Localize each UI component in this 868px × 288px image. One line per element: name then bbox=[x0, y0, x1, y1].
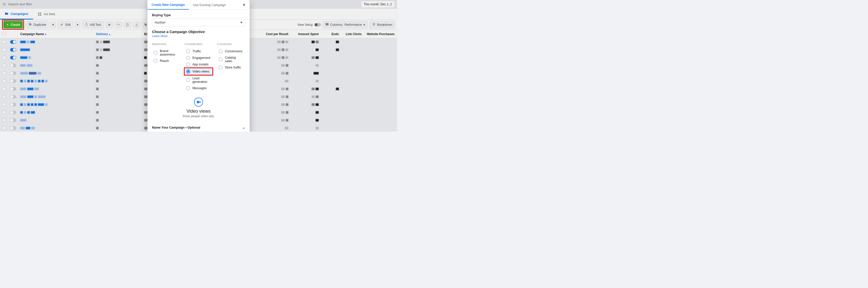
breakdown-icon bbox=[372, 23, 376, 27]
name-campaign-toggle[interactable]: Name Your Campaign • Optional ⌄ bbox=[152, 123, 245, 131]
radio-icon bbox=[219, 65, 223, 69]
col-campaign-name[interactable]: Campaign Name▾ bbox=[18, 30, 94, 38]
learn-more-link[interactable]: Learn More bbox=[152, 34, 245, 38]
cell-cost-per-result bbox=[263, 54, 291, 62]
cell-cost-per-result bbox=[263, 46, 291, 54]
objective-option[interactable]: App installs bbox=[185, 61, 213, 68]
objective-option[interactable]: Messages bbox=[185, 85, 213, 92]
row-switch[interactable] bbox=[10, 79, 16, 83]
cell-delivery bbox=[94, 46, 142, 54]
modal-tab-new[interactable]: Create New Campaign bbox=[148, 0, 189, 10]
row-switch[interactable] bbox=[10, 71, 16, 75]
row-checkbox[interactable] bbox=[3, 103, 6, 106]
columns-dropdown[interactable]: Columns: Performance ▾ bbox=[322, 21, 368, 28]
cell-campaign-name bbox=[18, 78, 94, 85]
date-range-chip[interactable]: This month: Dec 1, 2 bbox=[361, 1, 395, 8]
breakdown-dropdown[interactable]: Breakdown bbox=[369, 21, 395, 28]
cell-website-purchases bbox=[364, 70, 397, 78]
cell-website-purchases bbox=[364, 117, 397, 124]
objective-option[interactable]: Catalog sales bbox=[217, 55, 245, 64]
objective-option[interactable]: Traffic bbox=[185, 48, 213, 55]
objective-option[interactable]: Video views bbox=[185, 68, 213, 75]
tab-campaigns[interactable]: Campaigns bbox=[0, 9, 33, 20]
row-checkbox[interactable] bbox=[3, 87, 6, 91]
col-website-purchases[interactable]: Website Purchases bbox=[364, 30, 397, 38]
more-copy-button[interactable] bbox=[105, 22, 113, 28]
cell-link-clicks bbox=[341, 85, 364, 93]
row-switch[interactable] bbox=[10, 40, 16, 44]
objective-option[interactable]: Conversions bbox=[217, 48, 245, 55]
cell-link-clicks bbox=[341, 38, 364, 46]
row-switch[interactable] bbox=[10, 87, 16, 91]
col-amount-spent[interactable]: Amount Spent bbox=[291, 30, 321, 38]
row-checkbox[interactable] bbox=[3, 64, 6, 67]
modal-tabs: Create New Campaign Use Existing Campaig… bbox=[148, 0, 250, 10]
duplicate-dropdown[interactable]: ▾ bbox=[50, 22, 56, 28]
cell-cost-per-result bbox=[263, 93, 291, 101]
row-checkbox[interactable] bbox=[3, 56, 6, 59]
row-switch[interactable] bbox=[10, 56, 16, 59]
undo-button[interactable] bbox=[115, 22, 122, 28]
view-setup[interactable]: View Setup bbox=[298, 23, 321, 27]
cell-link-clicks bbox=[341, 70, 364, 78]
columns-icon bbox=[325, 23, 329, 27]
col-link-clicks[interactable]: Link Clicks bbox=[341, 30, 364, 38]
objective-option[interactable]: Brand awareness bbox=[152, 48, 180, 58]
cell-amount-spent bbox=[291, 85, 321, 93]
cell-amount-spent bbox=[291, 124, 321, 132]
col-checkbox[interactable] bbox=[0, 30, 8, 38]
close-button[interactable] bbox=[241, 2, 247, 8]
row-switch[interactable] bbox=[10, 118, 16, 122]
cell-amount-spent bbox=[291, 70, 321, 78]
delete-button[interactable] bbox=[124, 22, 131, 28]
cell-amount-spent bbox=[291, 38, 321, 46]
cell-link-clicks bbox=[341, 46, 364, 54]
objective-option[interactable]: Store traffic bbox=[217, 64, 245, 71]
create-button[interactable]: ＋ Create bbox=[3, 21, 23, 28]
cell-amount-spent bbox=[291, 93, 321, 101]
row-checkbox[interactable] bbox=[3, 79, 6, 83]
row-switch[interactable] bbox=[10, 103, 16, 106]
modal-tab-existing[interactable]: Use Existing Campaign bbox=[189, 0, 230, 9]
abtest-button[interactable]: A/B Test bbox=[82, 21, 104, 28]
col-cost-per-result[interactable]: Cost per Result bbox=[263, 30, 291, 38]
svg-rect-7 bbox=[30, 24, 31, 26]
cell-amount-spent bbox=[291, 109, 321, 117]
cell-ends bbox=[321, 85, 341, 93]
row-checkbox[interactable] bbox=[3, 118, 6, 122]
row-checkbox[interactable] bbox=[3, 71, 6, 75]
cell-ends bbox=[321, 93, 341, 101]
svg-rect-15 bbox=[197, 101, 199, 103]
row-checkbox[interactable] bbox=[3, 48, 6, 51]
objective-option[interactable]: Reach bbox=[152, 58, 180, 64]
svg-rect-12 bbox=[328, 23, 328, 25]
sort-asc-icon: ▴ bbox=[109, 33, 110, 36]
objective-option[interactable]: Lead generation bbox=[185, 75, 213, 85]
duplicate-button[interactable]: Duplicate bbox=[26, 21, 49, 28]
row-checkbox[interactable] bbox=[3, 95, 6, 99]
export-button[interactable] bbox=[133, 22, 141, 28]
row-switch[interactable] bbox=[10, 111, 16, 114]
row-switch[interactable] bbox=[10, 48, 16, 51]
row-switch[interactable] bbox=[10, 126, 16, 130]
col-delivery[interactable]: Delivery▴ bbox=[94, 30, 142, 38]
row-switch[interactable] bbox=[10, 64, 16, 67]
edit-button[interactable]: Edit bbox=[57, 21, 73, 28]
row-checkbox[interactable] bbox=[3, 111, 6, 114]
tab-label: Campaigns bbox=[11, 12, 28, 16]
edit-dropdown[interactable]: ▾ bbox=[75, 22, 81, 28]
cell-cost-per-result bbox=[263, 70, 291, 78]
cell-ends bbox=[321, 109, 341, 117]
radio-icon bbox=[186, 49, 190, 53]
row-checkbox[interactable] bbox=[3, 40, 6, 44]
cell-ends bbox=[321, 38, 341, 46]
col-ends[interactable]: Ends bbox=[321, 30, 341, 38]
radio-icon bbox=[186, 86, 190, 90]
row-switch[interactable] bbox=[10, 95, 16, 99]
objective-option[interactable]: Engagement bbox=[185, 55, 213, 61]
row-checkbox[interactable] bbox=[3, 126, 6, 130]
radio-icon bbox=[186, 56, 190, 60]
cell-ends bbox=[321, 62, 341, 70]
buying-type-select[interactable]: Auction ▾ bbox=[152, 19, 245, 26]
cell-website-purchases bbox=[364, 109, 397, 117]
